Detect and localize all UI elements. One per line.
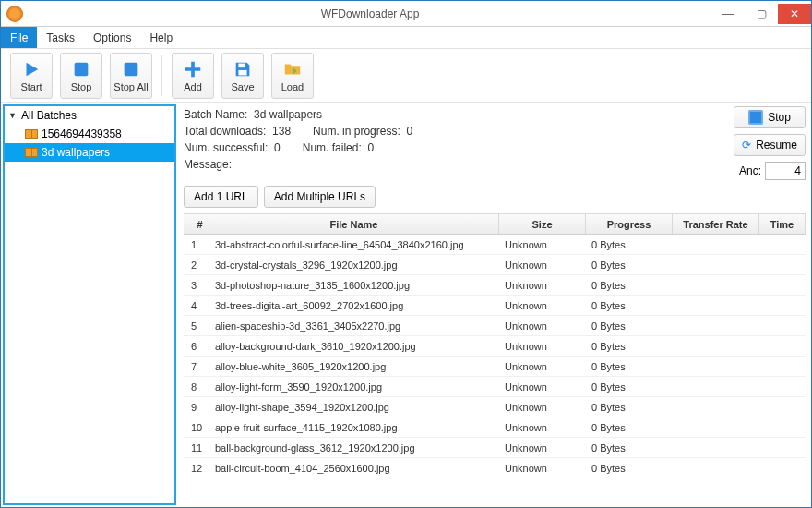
toolbar-label: Save <box>231 81 254 92</box>
sidebar: ▼ All Batches 15646944393583d wallpapers <box>3 104 176 505</box>
batch-resume-button[interactable]: ⟳ Resume <box>734 134 806 156</box>
table-row[interactable]: 11ball-background-glass_3612_1920x1200.j… <box>184 438 806 458</box>
cell: 2 <box>184 260 209 271</box>
cell: 8 <box>184 381 209 393</box>
message-label: Message: <box>184 158 232 171</box>
column-header[interactable]: Progress <box>586 214 673 234</box>
window-title: WFDownloader App <box>29 7 711 20</box>
toolbar-save-button[interactable]: Save <box>221 53 264 99</box>
toolbar-start-button[interactable]: Start <box>10 53 53 99</box>
cell: Unknown <box>499 361 586 372</box>
menu-options[interactable]: Options <box>84 27 140 48</box>
toolbar-label: Start <box>20 81 42 92</box>
anc-label: Anc: <box>739 164 761 177</box>
table-row[interactable]: 12ball-circuit-boom_4104_2560x1600.jpgUn… <box>184 458 806 478</box>
cell: 0 Bytes <box>586 442 673 454</box>
toolbar-stopall-button[interactable]: Stop All <box>110 53 152 99</box>
table-row[interactable]: 8alloy-light-form_3590_1920x1200.jpgUnkn… <box>184 377 806 397</box>
cell: 5 <box>184 321 209 332</box>
batch-name-value: 3d wallpapers <box>254 108 322 121</box>
start-icon <box>21 59 42 79</box>
cell: alloy-light-form_3590_1920x1200.jpg <box>209 381 499 393</box>
titlebar: WFDownloader App — ▢ ✕ <box>1 1 811 27</box>
batch-icon <box>25 129 38 139</box>
table-row[interactable]: 23d-crystal-crystals_3296_1920x1200.jpgU… <box>184 255 806 275</box>
inprogress-label: Num. in progress: <box>313 125 400 138</box>
toolbar: StartStopStop AllAddSaveLoad <box>1 49 811 103</box>
close-button[interactable]: ✕ <box>778 4 811 24</box>
cell: 0 Bytes <box>586 381 673 393</box>
table-row[interactable]: 6alloy-background-dark_3610_1920x1200.jp… <box>184 336 806 357</box>
inprogress-value: 0 <box>406 125 412 138</box>
cell: 0 Bytes <box>586 321 673 332</box>
tree-root[interactable]: ▼ All Batches <box>5 106 174 125</box>
column-header[interactable]: Transfer Rate <box>673 214 759 234</box>
total-downloads-label: Total downloads: <box>184 125 266 138</box>
anc-input[interactable] <box>765 162 806 180</box>
stopall-icon <box>121 59 141 79</box>
cell: 3 <box>184 280 209 291</box>
cell: ball-background-glass_3612_1920x1200.jpg <box>209 442 499 454</box>
table-row[interactable]: 43d-trees-digital-art_60092_2702x1600.jp… <box>184 296 806 316</box>
cell: 0 Bytes <box>586 402 673 413</box>
toolbar-stop-button[interactable]: Stop <box>60 53 102 99</box>
cell: Unknown <box>499 300 586 311</box>
cell: Unknown <box>499 381 586 393</box>
table-body[interactable]: 13d-abstract-colorful-surface-line_64504… <box>184 235 806 484</box>
main-panel: Batch Name: 3d wallpapers Total download… <box>176 103 811 507</box>
table-row[interactable]: 33d-photoshop-nature_3135_1600x1200.jpgU… <box>184 275 806 296</box>
toolbar-load-button[interactable]: Load <box>271 53 314 99</box>
sidebar-item-1[interactable]: 3d wallpapers <box>5 143 174 162</box>
column-header[interactable]: File Name <box>209 214 499 234</box>
cell: Unknown <box>499 239 586 250</box>
column-header[interactable]: # <box>184 214 209 234</box>
cell: Unknown <box>499 341 586 352</box>
minimize-button[interactable]: — <box>711 4 745 24</box>
cell: 6 <box>184 341 209 352</box>
save-icon <box>233 59 253 79</box>
cell: 7 <box>184 361 209 372</box>
successful-label: Num. successful: <box>184 141 268 154</box>
table-row[interactable]: 10apple-fruit-surface_4115_1920x1080.jpg… <box>184 417 806 438</box>
cell: apple-fruit-surface_4115_1920x1080.jpg <box>209 422 499 433</box>
cell: Unknown <box>499 321 586 332</box>
table-row[interactable]: 13d-abstract-colorful-surface-line_64504… <box>184 235 806 255</box>
batch-stop-button[interactable]: Stop <box>734 106 806 128</box>
menu-help[interactable]: Help <box>140 27 182 48</box>
toolbar-add-button[interactable]: Add <box>172 53 214 99</box>
stop-icon <box>748 110 763 125</box>
add-multiple-urls-button[interactable]: Add Multiple URLs <box>264 186 376 208</box>
table-row[interactable]: 9alloy-light-shape_3594_1920x1200.jpgUnk… <box>184 397 806 417</box>
stop-icon <box>71 59 91 79</box>
toolbar-label: Add <box>184 81 202 92</box>
sidebar-item-0[interactable]: 1564694439358 <box>5 125 174 143</box>
cell: alloy-blue-white_3605_1920x1200.jpg <box>209 361 499 372</box>
cell: 0 Bytes <box>586 422 673 433</box>
cell: 9 <box>184 402 209 413</box>
chevron-down-icon: ▼ <box>8 111 18 120</box>
cell: 3d-abstract-colorful-surface-line_64504_… <box>209 239 499 250</box>
add-1-url-button[interactable]: Add 1 URL <box>184 186 258 208</box>
refresh-icon: ⟳ <box>742 139 751 151</box>
cell: 0 Bytes <box>586 300 673 311</box>
menu-tasks[interactable]: Tasks <box>37 27 84 48</box>
column-header[interactable]: Time <box>759 214 806 234</box>
failed-label: Num. failed: <box>303 141 362 154</box>
cell: alloy-background-dark_3610_1920x1200.jpg <box>209 341 499 352</box>
table-row[interactable]: 7alloy-blue-white_3605_1920x1200.jpgUnkn… <box>184 357 806 377</box>
cell: alien-spaceship-3d_3361_3405x2270.jpg <box>209 321 499 332</box>
load-icon <box>282 59 303 79</box>
batch-name-label: Batch Name: <box>184 108 247 121</box>
menubar: FileTasksOptionsHelp <box>1 27 811 49</box>
svg-rect-3 <box>238 69 246 75</box>
cell: 3d-trees-digital-art_60092_2702x1600.jpg <box>209 300 499 311</box>
table-row[interactable]: 5alien-spaceship-3d_3361_3405x2270.jpgUn… <box>184 316 806 336</box>
cell: Unknown <box>499 260 586 271</box>
add-icon <box>183 59 203 79</box>
maximize-button[interactable]: ▢ <box>745 4 778 24</box>
cell: 1 <box>184 239 209 250</box>
cell: Unknown <box>499 402 586 413</box>
toolbar-label: Load <box>281 81 304 92</box>
menu-file[interactable]: File <box>1 27 37 48</box>
column-header[interactable]: Size <box>499 214 586 234</box>
